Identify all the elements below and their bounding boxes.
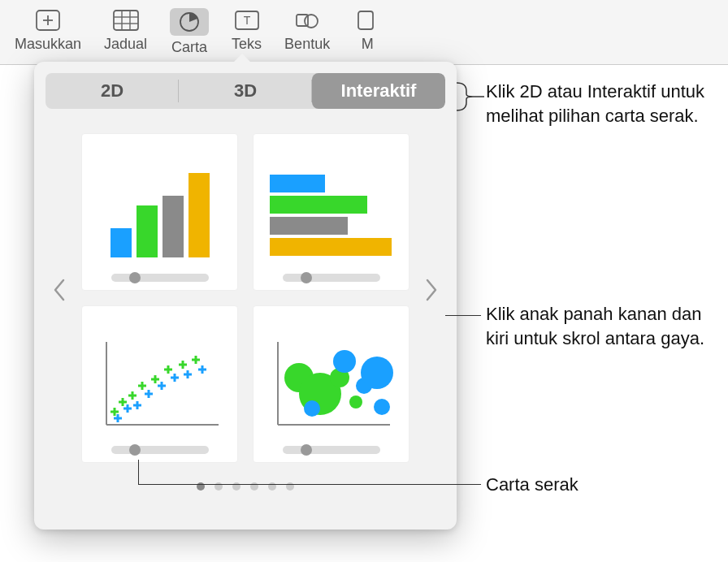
callout-leader-v: [138, 460, 139, 484]
bubble-chart-icon: [262, 314, 401, 434]
toolbar-more[interactable]: M: [353, 8, 382, 53]
callout-leader: [445, 315, 481, 316]
toolbar-label: Carta: [171, 39, 207, 56]
shapes-icon: [292, 8, 322, 32]
svg-point-63: [333, 350, 356, 373]
svg-point-66: [374, 399, 390, 415]
svg-rect-15: [136, 205, 158, 257]
bar-chart-icon: [262, 142, 401, 262]
tab-2d[interactable]: 2D: [46, 73, 179, 109]
callout-scatter-label: Carta serak: [486, 473, 578, 497]
toolbar-table[interactable]: Jadual: [104, 8, 147, 53]
svg-rect-20: [270, 217, 348, 235]
svg-point-61: [349, 396, 362, 409]
mini-slider[interactable]: [111, 446, 209, 454]
toolbar-shape[interactable]: Bentuk: [284, 8, 330, 53]
chart-type-segmented: 2D 3D Interaktif: [46, 73, 445, 109]
callout-arrows-hint: Klik anak panah kanan dan kiri untuk skr…: [486, 302, 728, 350]
svg-rect-17: [188, 173, 210, 257]
callout-leader: [138, 484, 481, 485]
column-chart-icon: [90, 142, 229, 262]
chart-option-column[interactable]: [81, 133, 238, 291]
chart-option-bubble[interactable]: [253, 305, 410, 463]
toolbar-label: Teks: [232, 36, 262, 53]
toolbar-label: Masukkan: [15, 36, 81, 53]
brace-icon: [457, 78, 484, 115]
svg-rect-21: [270, 238, 392, 256]
chart-option-bar[interactable]: [253, 133, 410, 291]
mini-slider[interactable]: [111, 274, 209, 282]
toolbar: Masukkan Jadual Carta T Teks Bentuk M: [0, 0, 728, 65]
chart-grid: [46, 109, 445, 471]
tab-interaktif[interactable]: Interaktif: [312, 73, 445, 109]
svg-rect-14: [110, 228, 132, 257]
toolbar-label: Jadual: [104, 36, 147, 53]
toolbar-label: Bentuk: [284, 36, 330, 53]
svg-rect-18: [270, 175, 325, 192]
toolbar-insert[interactable]: Masukkan: [15, 8, 81, 53]
callout-tabs-hint: Klik 2D atau Interaktif untuk melihat pi…: [486, 80, 728, 128]
svg-rect-3: [114, 11, 138, 30]
pie-chart-icon: [170, 8, 209, 36]
mini-slider[interactable]: [283, 446, 380, 454]
toolbar-text[interactable]: T Teks: [232, 8, 262, 53]
next-style-arrow[interactable]: [419, 270, 444, 310]
svg-rect-13: [358, 11, 373, 29]
toolbar-label: M: [362, 36, 374, 53]
svg-rect-16: [162, 196, 184, 257]
scatter-chart-icon: [90, 314, 229, 434]
mini-slider[interactable]: [283, 274, 380, 282]
prev-style-arrow[interactable]: [47, 270, 72, 310]
table-icon: [111, 8, 141, 32]
rect-icon: [353, 8, 382, 32]
svg-point-12: [305, 15, 318, 28]
tab-3d[interactable]: 3D: [179, 73, 312, 109]
svg-rect-19: [270, 196, 367, 214]
chart-option-scatter[interactable]: [81, 305, 238, 463]
toolbar-chart[interactable]: Carta: [170, 8, 209, 56]
plus-box-icon: [33, 8, 63, 32]
text-box-icon: T: [232, 8, 262, 32]
svg-point-62: [304, 400, 320, 417]
svg-point-65: [361, 357, 393, 389]
svg-text:T: T: [243, 14, 250, 27]
chart-popover: 2D 3D Interaktif: [34, 62, 457, 530]
